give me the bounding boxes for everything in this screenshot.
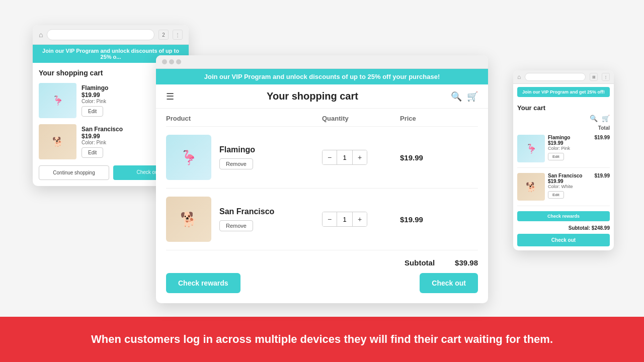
vip-banner-right: Join our VIP Program and get 25% off! xyxy=(517,87,610,97)
price-cell-2: $19.99 xyxy=(400,215,478,224)
qty-plus-2[interactable]: + xyxy=(353,212,367,226)
right-edit-btn-1[interactable]: Edit xyxy=(548,153,564,160)
main-area: ⌂ 2 ⋮ Join our VIP Program and unlock di… xyxy=(0,0,644,317)
qty-minus-2[interactable]: − xyxy=(323,212,337,226)
remove-btn-2[interactable]: Remove xyxy=(219,220,253,231)
left-product-img-2: 🐕 xyxy=(39,124,76,159)
product-cell-1: 🦩 Flamingo Remove xyxy=(166,135,322,180)
hamburger-icon[interactable]: ☰ xyxy=(166,91,174,102)
right-price-tag-1: $19.99 xyxy=(594,135,610,140)
right-product-row-2: 🐕 San Francisco $19.99 Color: White Edit… xyxy=(517,173,610,206)
browser-right: ⌂ ⊞ ⋮ Join our VIP Program and get 25% o… xyxy=(513,70,614,250)
traffic-lights xyxy=(162,59,181,64)
subtotal-row: Subtotal $39.98 xyxy=(166,250,478,273)
table-row-1: 🦩 Flamingo Remove − 1 + $19.99 xyxy=(166,127,478,189)
qty-cell-1: − 1 + xyxy=(322,150,400,165)
qty-value-2: 1 xyxy=(337,212,353,226)
right-cart-icon[interactable]: 🛒 xyxy=(602,115,610,122)
dog-img-left-2: 🐕 xyxy=(39,124,76,159)
bottom-banner-text: When customers log in across multiple de… xyxy=(91,333,553,346)
right-product-name-1: Flamingo xyxy=(548,135,591,140)
center-nav: ☰ Your shopping cart 🔍 🛒 xyxy=(156,84,488,109)
flamingo-center-img: 🦩 xyxy=(166,135,211,180)
right-product-row-1: 🦩 Flamingo $19.99 Color: Pink Edit $19.9… xyxy=(517,135,610,168)
qty-value-1: 1 xyxy=(337,150,353,164)
col-price: Price xyxy=(400,115,478,122)
browser-chrome-left: ⌂ 2 ⋮ xyxy=(33,25,189,45)
browser-center: Join our VIP Program and unlock discount… xyxy=(156,55,488,303)
right-edit-btn-2[interactable]: Edit xyxy=(548,191,564,199)
qty-control-1: − 1 + xyxy=(322,150,367,165)
cart-icon[interactable]: 🛒 xyxy=(467,91,478,102)
product-name-center-2: San Francisco xyxy=(219,207,274,216)
flamingo-img-left-1: 🦩 xyxy=(39,83,76,118)
bottom-banner: When customers log in across multiple de… xyxy=(0,317,644,362)
center-table: Product Quantity Price 🦩 Flamingo Remove xyxy=(156,109,488,303)
product-name-center-1: Flamingo xyxy=(219,145,255,154)
right-product-price-2: $19.99 xyxy=(548,178,591,184)
center-footer: Check rewards Check out xyxy=(166,273,478,303)
product-img-center-2: 🐕 xyxy=(166,197,211,242)
qty-control-2: − 1 + xyxy=(322,212,367,227)
browser-chrome-center xyxy=(156,55,488,69)
right-subtotal-value: $248.99 xyxy=(592,225,610,231)
tab-count-right: ⊞ xyxy=(590,73,598,81)
browser-chrome-right: ⌂ ⊞ ⋮ xyxy=(513,70,614,84)
search-icon[interactable]: 🔍 xyxy=(451,91,462,102)
right-search-row: 🔍 🛒 xyxy=(517,115,610,122)
product-cell-2: 🐕 San Francisco Remove xyxy=(166,197,322,242)
check-rewards-button-center[interactable]: Check rewards xyxy=(166,273,240,293)
qty-cell-2: − 1 + xyxy=(322,212,400,227)
price-cell-1: $19.99 xyxy=(400,153,478,162)
table-row-2: 🐕 San Francisco Remove − 1 + $19.99 xyxy=(166,189,478,250)
dot-red xyxy=(162,59,167,64)
right-product-price-1: $19.99 xyxy=(548,140,591,146)
right-price-tag-2: $19.99 xyxy=(594,173,610,178)
checkout-button-center[interactable]: Check out xyxy=(420,273,478,293)
table-header: Product Quantity Price xyxy=(166,109,478,127)
right-product-info-2: San Francisco $19.99 Color: White Edit xyxy=(548,173,591,199)
right-content: Your cart 🔍 🛒 Total 🦩 Flamingo $19.99 Co… xyxy=(513,100,614,250)
menu-icon-left: ⋮ xyxy=(173,30,183,40)
right-subtotal-label: Subtotal: xyxy=(569,225,590,231)
dot-yellow xyxy=(169,59,174,64)
col-quantity: Quantity xyxy=(322,115,400,122)
left-product-img-1: 🦩 xyxy=(39,83,76,118)
dog-center-img: 🐕 xyxy=(166,197,211,242)
continue-shopping-button[interactable]: Continue shopping xyxy=(39,165,109,180)
right-product-info-1: Flamingo $19.99 Color: Pink Edit xyxy=(548,135,591,160)
left-edit-btn-1[interactable]: Edit xyxy=(82,106,103,117)
remove-btn-1[interactable]: Remove xyxy=(219,158,253,169)
right-cart-title: Your cart xyxy=(517,104,610,112)
right-subtotal-row: Subtotal: $248.99 xyxy=(517,225,610,231)
center-cart-title: Your shopping cart xyxy=(267,90,358,102)
right-search-icon[interactable]: 🔍 xyxy=(590,115,598,122)
right-total-row: Total xyxy=(517,125,610,131)
nav-icons: 🔍 🛒 xyxy=(451,91,478,102)
menu-icon-right: ⋮ xyxy=(602,73,610,81)
col-product: Product xyxy=(166,115,322,122)
home-icon-left: ⌂ xyxy=(39,31,43,39)
address-bar-right[interactable] xyxy=(525,73,586,81)
qty-minus-1[interactable]: − xyxy=(323,150,337,164)
right-product-img-1: 🦩 xyxy=(517,135,545,162)
check-rewards-button-right[interactable]: Check rewards xyxy=(517,211,610,221)
address-bar-left[interactable] xyxy=(47,29,154,40)
subtotal-label: Subtotal xyxy=(405,258,435,267)
qty-plus-1[interactable]: + xyxy=(353,150,367,164)
product-img-center-1: 🦩 xyxy=(166,135,211,180)
product-info-center-1: Flamingo Remove xyxy=(219,145,255,169)
left-edit-btn-2[interactable]: Edit xyxy=(82,147,103,158)
right-product-color-1: Color: Pink xyxy=(548,146,591,151)
product-info-center-2: San Francisco Remove xyxy=(219,207,274,231)
dot-green xyxy=(176,59,181,64)
checkout-button-right[interactable]: Check out xyxy=(517,234,610,246)
tab-count-left: 2 xyxy=(158,30,169,40)
right-product-color-2: Color: White xyxy=(548,184,591,189)
right-product-img-2: 🐕 xyxy=(517,173,545,201)
vip-banner-center: Join our VIP Program and unlock discount… xyxy=(156,69,488,84)
right-product-name-2: San Francisco xyxy=(548,173,591,178)
home-icon-right: ⌂ xyxy=(517,73,521,80)
flamingo-right-img: 🦩 xyxy=(517,135,545,162)
subtotal-value: $39.98 xyxy=(455,258,478,267)
